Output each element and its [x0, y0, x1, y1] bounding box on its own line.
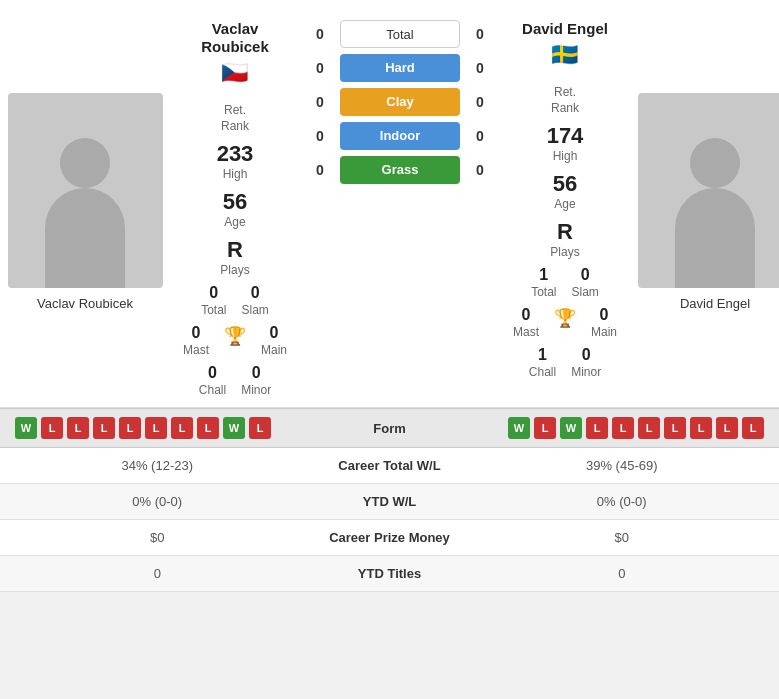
stats-right-value: 39% (45-69) — [480, 458, 765, 473]
right-high-value: 174 — [500, 125, 630, 147]
form-badge-right: W — [508, 417, 530, 439]
clay-button[interactable]: Clay — [340, 88, 460, 116]
right-main-label: Main — [591, 325, 617, 339]
form-badge-left: W — [15, 417, 37, 439]
left-plays-value: R — [170, 239, 300, 261]
stats-row: 0% (0-0) YTD W/L 0% (0-0) — [0, 484, 779, 520]
left-chall-item: 0 Chall — [199, 365, 226, 397]
stats-left-value: 0% (0-0) — [15, 494, 300, 509]
left-rank-label: Rank — [170, 119, 300, 133]
form-badge-left: L — [145, 417, 167, 439]
left-stat-row-3: 0 Chall 0 Minor — [170, 365, 300, 397]
total-row: 0 Total 0 — [305, 20, 495, 48]
left-silhouette-body — [45, 188, 125, 288]
middle-section: 0 Total 0 0 Hard 0 0 Clay 0 0 Indoor 0 0 — [300, 10, 500, 397]
left-player-name-below: Vaclav Roubicek — [32, 293, 138, 314]
form-center-label: Form — [310, 421, 470, 436]
right-total-value: 1 — [531, 267, 556, 283]
form-badge-left: W — [223, 417, 245, 439]
form-left: WLLLLLLLWL — [15, 417, 310, 439]
left-minor-value: 0 — [241, 365, 271, 381]
right-slam-item: 0 Slam — [572, 267, 599, 299]
right-mast-value: 0 — [513, 307, 539, 323]
right-chall-label: Chall — [529, 365, 556, 379]
left-main-label: Main — [261, 343, 287, 357]
clay-score-right: 0 — [465, 94, 495, 110]
form-badge-left: L — [249, 417, 271, 439]
right-flag: 🇸🇪 — [522, 42, 608, 68]
form-badge-right: L — [716, 417, 738, 439]
left-main-value: 0 — [261, 325, 287, 341]
hard-button[interactable]: Hard — [340, 54, 460, 82]
stats-right-value: 0% (0-0) — [480, 494, 765, 509]
form-badge-left: L — [171, 417, 193, 439]
left-stat-row-2: 0 Mast 🏆 0 Main — [170, 325, 300, 357]
right-player-namebox: David Engel 🇸🇪 — [522, 15, 608, 73]
hard-score-left: 0 — [305, 60, 335, 76]
player-comparison: Vaclav Roubicek Vaclav Roubicek 🇨🇿 Ret. … — [0, 0, 779, 408]
right-mast-item: 0 Mast — [513, 307, 539, 339]
left-chall-label: Chall — [199, 383, 226, 397]
right-stats-panel: David Engel 🇸🇪 Ret. Rank 174 High 56 Age… — [500, 10, 630, 397]
stats-center-label: YTD Titles — [300, 566, 480, 581]
left-name-line1: Vaclav — [201, 20, 269, 38]
left-player-namebox: Vaclav Roubicek 🇨🇿 — [201, 15, 269, 91]
stats-center-label: YTD W/L — [300, 494, 480, 509]
right-silhouette-head — [690, 138, 740, 188]
right-stat-row-1: 1 Total 0 Slam — [500, 267, 630, 299]
left-rank-block: Ret. Rank — [170, 101, 300, 133]
stats-right-value: $0 — [480, 530, 765, 545]
left-total-label: Total — [201, 303, 226, 317]
form-badge-right: L — [586, 417, 608, 439]
hard-score-right: 0 — [465, 60, 495, 76]
right-plays-label: Plays — [500, 245, 630, 259]
stats-row: $0 Career Prize Money $0 — [0, 520, 779, 556]
right-minor-label: Minor — [571, 365, 601, 379]
left-high-label: High — [170, 167, 300, 181]
right-total-item: 1 Total — [531, 267, 556, 299]
left-high-block: 233 High — [170, 143, 300, 181]
indoor-row: 0 Indoor 0 — [305, 122, 495, 150]
total-button[interactable]: Total — [340, 20, 460, 48]
stats-row: 0 YTD Titles 0 — [0, 556, 779, 592]
indoor-button[interactable]: Indoor — [340, 122, 460, 150]
main-container: Vaclav Roubicek Vaclav Roubicek 🇨🇿 Ret. … — [0, 0, 779, 592]
total-score-left: 0 — [305, 26, 335, 42]
left-flag: 🇨🇿 — [201, 60, 269, 86]
right-stat-row-3: 1 Chall 0 Minor — [500, 347, 630, 379]
right-chall-value: 1 — [529, 347, 556, 363]
right-chall-item: 1 Chall — [529, 347, 556, 379]
left-slam-value: 0 — [242, 285, 269, 301]
left-total-value: 0 — [201, 285, 226, 301]
right-player-avatar — [638, 93, 780, 288]
grass-score-right: 0 — [465, 162, 495, 178]
left-stat-row-1: 0 Total 0 Slam — [170, 285, 300, 317]
form-badge-left: L — [41, 417, 63, 439]
stats-left-value: $0 — [15, 530, 300, 545]
hard-row: 0 Hard 0 — [305, 54, 495, 82]
grass-button[interactable]: Grass — [340, 156, 460, 184]
right-photo-name: David Engel — [638, 93, 780, 314]
form-badge-left: L — [119, 417, 141, 439]
form-badge-left: L — [197, 417, 219, 439]
indoor-score-right: 0 — [465, 128, 495, 144]
form-badge-right: L — [612, 417, 634, 439]
left-silhouette — [40, 128, 130, 288]
right-trophy-icon: 🏆 — [554, 307, 576, 339]
grass-row: 0 Grass 0 — [305, 156, 495, 184]
form-badge-right: L — [638, 417, 660, 439]
grass-score-left: 0 — [305, 162, 335, 178]
clay-row: 0 Clay 0 — [305, 88, 495, 116]
left-mast-value: 0 — [183, 325, 209, 341]
stats-left-value: 0 — [15, 566, 300, 581]
right-silhouette-body — [675, 188, 755, 288]
left-age-label: Age — [170, 215, 300, 229]
left-total-item: 0 Total — [201, 285, 226, 317]
right-player-name-below: David Engel — [675, 293, 755, 314]
right-slam-value: 0 — [572, 267, 599, 283]
right-rank-label: Rank — [500, 101, 630, 115]
left-silhouette-head — [60, 138, 110, 188]
form-badge-right: W — [560, 417, 582, 439]
right-plays-block: R Plays — [500, 221, 630, 259]
left-age-value: 56 — [170, 191, 300, 213]
